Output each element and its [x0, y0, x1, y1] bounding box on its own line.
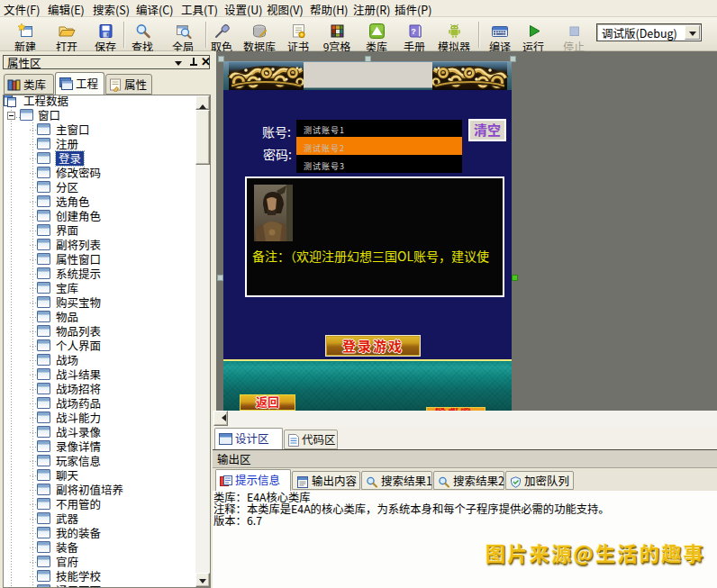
svg-text:?: ?	[411, 27, 416, 36]
